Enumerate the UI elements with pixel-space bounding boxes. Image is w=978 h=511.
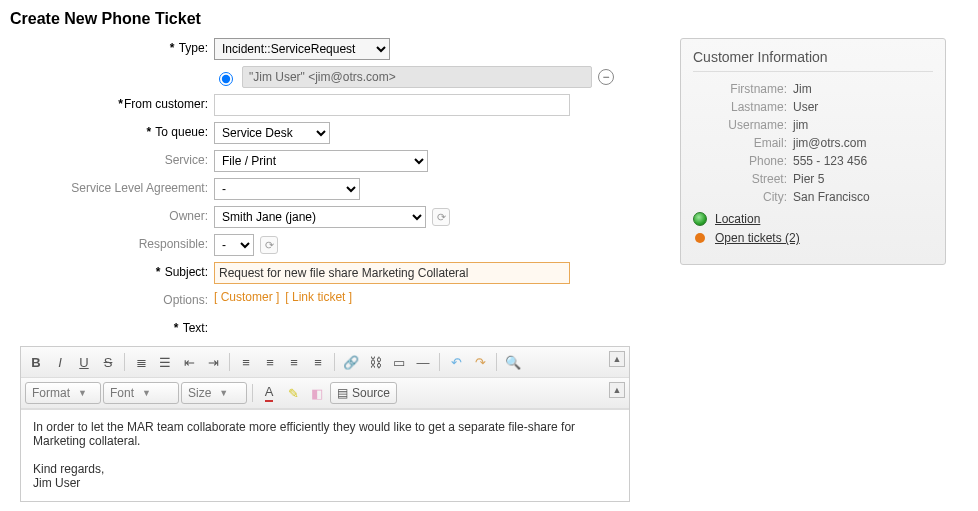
font-select[interactable]: Font▼ (103, 382, 179, 404)
info-firstname-v: Jim (793, 82, 933, 96)
service-select[interactable]: File / Print (214, 150, 428, 172)
options-link-ticket-link[interactable]: [ Link ticket ] (285, 290, 352, 304)
queue-select[interactable]: Service Desk (214, 122, 330, 144)
ordered-list-button[interactable]: ≣ (130, 351, 152, 373)
unlink-button[interactable]: ⛓ (364, 351, 386, 373)
info-city-v: San Francisco (793, 190, 933, 204)
info-lastname-v: User (793, 100, 933, 114)
label-service: Service: (10, 150, 214, 167)
toolbar2-collapse-button[interactable]: ▲ (609, 382, 625, 398)
customer-info-title: Customer Information (693, 49, 933, 72)
info-street-v: Pier 5 (793, 172, 933, 186)
info-lastname-k: Lastname: (693, 100, 793, 114)
subject-input[interactable] (214, 262, 570, 284)
source-icon: ▤ (337, 386, 348, 400)
strike-button[interactable]: S (97, 351, 119, 373)
responsible-select[interactable]: - (214, 234, 254, 256)
remove-customer-button[interactable]: − (598, 69, 614, 85)
editor-toolbar-2: Format▼ Font▼ Size▼ A ✎ ◧ ▤Source ▲ (21, 378, 629, 409)
info-phone-v: 555 - 123 456 (793, 154, 933, 168)
ticket-form: * Type: Incident::ServiceRequest "Jim Us… (10, 38, 650, 502)
info-username-v: jim (793, 118, 933, 132)
label-to-queue: * To queue: (10, 122, 214, 139)
options-customer-link[interactable]: [ Customer ] (214, 290, 279, 304)
eraser-button[interactable]: ◧ (306, 382, 328, 404)
underline-button[interactable]: U (73, 351, 95, 373)
editor-body[interactable]: In order to let the MAR team collaborate… (21, 409, 629, 501)
customer-info-panel: Customer Information Firstname:Jim Lastn… (680, 38, 946, 265)
body-line: In order to let the MAR team collaborate… (33, 420, 617, 448)
redo-button[interactable]: ↷ (469, 351, 491, 373)
text-color-button[interactable]: A (258, 382, 280, 404)
open-tickets-icon (695, 233, 705, 243)
label-responsible: Responsible: (10, 234, 214, 251)
sla-select[interactable]: - (214, 178, 360, 200)
body-line: Jim User (33, 476, 617, 490)
info-city-k: City: (693, 190, 793, 204)
rich-text-editor: B I U S ≣ ☰ ⇤ ⇥ ≡ ≡ ≡ ≡ 🔗 ⛓ ▭ — ↶ (20, 346, 630, 502)
label-type: * Type: (10, 38, 214, 55)
info-username-k: Username: (693, 118, 793, 132)
toolbar-collapse-button[interactable]: ▲ (609, 351, 625, 367)
info-firstname-k: Firstname: (693, 82, 793, 96)
indent-button[interactable]: ⇥ (202, 351, 224, 373)
undo-button[interactable]: ↶ (445, 351, 467, 373)
from-customer-input[interactable] (214, 94, 570, 116)
hr-button[interactable]: — (412, 351, 434, 373)
label-from-customer: *From customer: (10, 94, 214, 111)
align-right-button[interactable]: ≡ (283, 351, 305, 373)
info-email-k: Email: (693, 136, 793, 150)
customer-radio[interactable] (219, 72, 233, 86)
open-tickets-link[interactable]: Open tickets (2) (715, 231, 800, 245)
align-left-button[interactable]: ≡ (235, 351, 257, 373)
outdent-button[interactable]: ⇤ (178, 351, 200, 373)
align-justify-button[interactable]: ≡ (307, 351, 329, 373)
customer-chip: "Jim User" <jim@otrs.com> (242, 66, 592, 88)
label-options: Options: (10, 290, 214, 307)
italic-button[interactable]: I (49, 351, 71, 373)
editor-toolbar-1: B I U S ≣ ☰ ⇤ ⇥ ≡ ≡ ≡ ≡ 🔗 ⛓ ▭ — ↶ (21, 347, 629, 378)
image-button[interactable]: ▭ (388, 351, 410, 373)
size-select[interactable]: Size▼ (181, 382, 247, 404)
format-select[interactable]: Format▼ (25, 382, 101, 404)
type-select[interactable]: Incident::ServiceRequest (214, 38, 390, 60)
find-button[interactable]: 🔍 (502, 351, 524, 373)
align-center-button[interactable]: ≡ (259, 351, 281, 373)
highlight-button[interactable]: ✎ (282, 382, 304, 404)
info-street-k: Street: (693, 172, 793, 186)
unordered-list-button[interactable]: ☰ (154, 351, 176, 373)
owner-select[interactable]: Smith Jane (jane) (214, 206, 426, 228)
info-email-v: jim@otrs.com (793, 136, 933, 150)
link-button[interactable]: 🔗 (340, 351, 362, 373)
source-button[interactable]: ▤Source (330, 382, 397, 404)
label-owner: Owner: (10, 206, 214, 223)
bold-button[interactable]: B (25, 351, 47, 373)
label-subject: * Subject: (10, 262, 214, 279)
location-link[interactable]: Location (715, 212, 760, 226)
refresh-owner-icon[interactable]: ⟳ (432, 208, 450, 226)
refresh-responsible-icon[interactable]: ⟳ (260, 236, 278, 254)
info-phone-k: Phone: (693, 154, 793, 168)
body-line: Kind regards, (33, 462, 617, 476)
page-title: Create New Phone Ticket (10, 10, 968, 28)
globe-icon (693, 212, 707, 226)
label-text: * Text: (10, 318, 214, 335)
label-sla: Service Level Agreement: (10, 178, 214, 195)
